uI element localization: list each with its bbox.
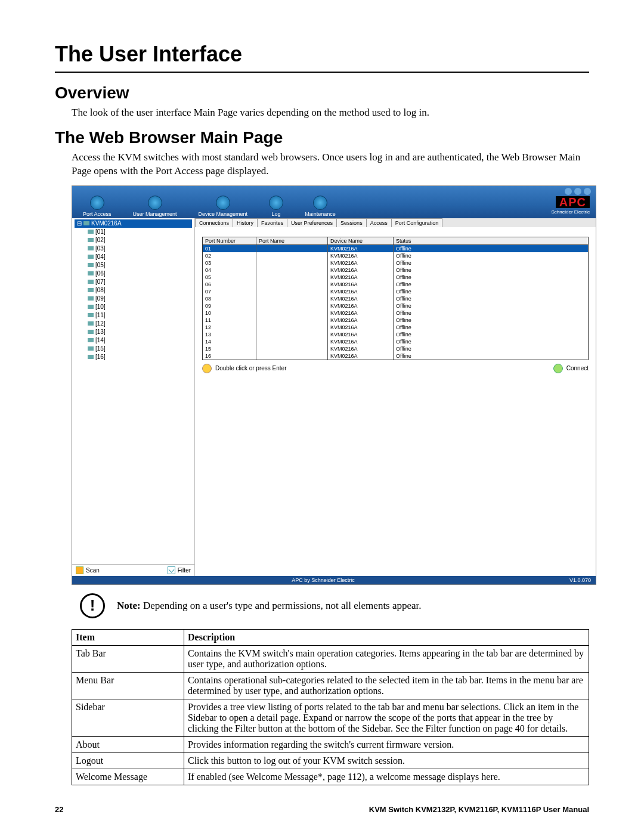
sidebar-item[interactable]: [07] [75,278,192,286]
port-icon [88,280,94,284]
tab-maintenance[interactable]: Maintenance [294,193,346,218]
footer-center: APC by Schneider Electric [292,577,355,583]
port-icon [88,321,94,326]
tab-log[interactable]: Log [258,193,294,218]
port-icon [88,263,94,267]
table-row[interactable]: 08KVM0216AOffline [203,295,588,302]
sidebar-item[interactable]: [16] [75,353,192,361]
filter-icon [168,566,175,574]
subtab[interactable]: Access [366,218,392,227]
user-management-icon [148,196,162,210]
sidebar-item[interactable]: [03] [75,244,192,253]
port-icon [88,346,94,351]
subtab[interactable]: Favorites [257,218,287,227]
table-row[interactable]: 12KVM0216AOffline [203,324,588,331]
port-icon [88,330,94,334]
log-icon [269,196,283,210]
sidebar-item[interactable]: [11] [75,311,192,320]
port-icon [88,313,94,317]
port-icon [88,338,94,342]
sidebar-item[interactable]: [10] [75,303,192,311]
description-table: Item Description Tab BarContains the KVM… [72,629,589,785]
port-icon [88,296,94,301]
port-icon [88,230,94,234]
port-access-icon [90,196,104,210]
device-management-icon [216,196,230,210]
connect-icon [553,364,563,373]
tab-device-management[interactable]: Device Management [188,193,259,218]
tab-user-management[interactable]: User Management [122,193,188,218]
port-icon [88,271,94,275]
desc-row: SidebarProvides a tree view listing of p… [72,699,589,736]
main-panel: ConnectionsHistoryFavoritesUser Preferen… [195,218,596,576]
maintenance-icon [313,196,327,210]
sidebar-item[interactable]: [02] [75,236,192,244]
note-block: ! Note: Depending on a user's type and p… [80,593,589,618]
port-icon [88,246,94,250]
port-icon [88,255,94,259]
sidebar-item[interactable]: [05] [75,261,192,270]
desc-row: Menu BarContains operational sub-categor… [72,672,589,699]
scan-button[interactable]: Scan [76,566,100,574]
subtab[interactable]: Sessions [336,218,367,227]
overview-text: The look of the user interface Main Page… [72,106,589,120]
subtab[interactable]: History [233,218,258,227]
page-number: 22 [55,805,63,814]
sidebar-item[interactable]: [08] [75,286,192,295]
table-row[interactable]: 03KVM0216AOffline [203,259,588,267]
tab-port-access[interactable]: Port Access [72,193,122,218]
sidebar-item[interactable]: [14] [75,336,192,345]
col-item: Item [72,629,184,645]
subtab[interactable]: User Preferences [287,218,337,227]
note-text: Depending on a user's type and permissio… [141,600,422,611]
table-row[interactable]: 09KVM0216AOffline [203,302,588,309]
sidebar-item[interactable]: [04] [75,253,192,261]
menu-bar[interactable]: ConnectionsHistoryFavoritesUser Preferen… [195,218,596,227]
web-intro-text: Access the KVM switches with most standa… [72,151,589,178]
hint-text: Double click or press Enter [215,365,287,371]
desc-row: Welcome MessageIf enabled (see Welcome M… [72,769,589,785]
col-description: Description [184,629,589,645]
table-row[interactable]: 11KVM0216AOffline [203,317,588,324]
table-row[interactable]: 07KVM0216AOffline [203,288,588,295]
table-row[interactable]: 02KVM0216AOffline [203,252,588,259]
port-icon [88,305,94,309]
sidebar-item[interactable]: [15] [75,345,192,353]
sidebar-root[interactable]: ⊟ KVM0216A [75,219,192,228]
port-table[interactable]: Port NumberPort NameDevice NameStatus01K… [202,237,589,360]
help-icon [202,364,212,373]
tab-bar: Port Access User Management Device Manag… [72,186,596,218]
table-row[interactable]: 15KVM0216AOffline [203,345,588,352]
page-footer: 22 KVM Switch KVM2132P, KVM2116P, KVM111… [55,805,589,814]
footer-version: V1.0.070 [569,577,591,583]
window-controls[interactable] [565,188,591,195]
subtab[interactable]: Port Configuration [391,218,443,227]
subtab[interactable]: Connections [195,218,233,227]
table-row[interactable]: 13KVM0216AOffline [203,331,588,338]
desc-row: LogoutClick this button to log out of yo… [72,753,589,769]
filter-button[interactable]: Filter [168,566,191,574]
web-browser-screenshot: Port Access User Management Device Manag… [72,185,596,585]
table-row[interactable]: 06KVM0216AOffline [203,281,588,288]
sidebar-item[interactable]: [09] [75,295,192,303]
sidebar-tree[interactable]: ⊟ KVM0216A [01] [02] [03] [04] [05] [06]… [72,218,194,564]
sidebar-footer: Scan Filter [72,564,194,576]
table-row[interactable]: 16KVM0216AOffline [203,352,588,360]
sidebar-item[interactable]: [13] [75,328,192,336]
note-icon: ! [80,593,105,618]
table-row[interactable]: 14KVM0216AOffline [203,338,588,345]
sidebar-item[interactable]: [12] [75,320,192,328]
desc-row: AboutProvides information regarding the … [72,736,589,753]
connect-button[interactable]: Connect [553,364,589,373]
desc-row: Tab BarContains the KVM switch's main op… [72,645,589,672]
manual-title: KVM Switch KVM2132P, KVM2116P, KVM1116P … [369,805,589,814]
horizontal-rule [55,72,589,73]
table-row[interactable]: 04KVM0216AOffline [203,267,588,274]
port-icon [88,238,94,242]
sidebar-item[interactable]: [06] [75,270,192,278]
table-row[interactable]: 10KVM0216AOffline [203,309,588,317]
sidebar-item[interactable]: [01] [75,228,192,236]
table-row[interactable]: 01KVM0216AOffline [203,245,588,252]
note-label: Note: [117,600,141,611]
table-row[interactable]: 05KVM0216AOffline [203,274,588,281]
